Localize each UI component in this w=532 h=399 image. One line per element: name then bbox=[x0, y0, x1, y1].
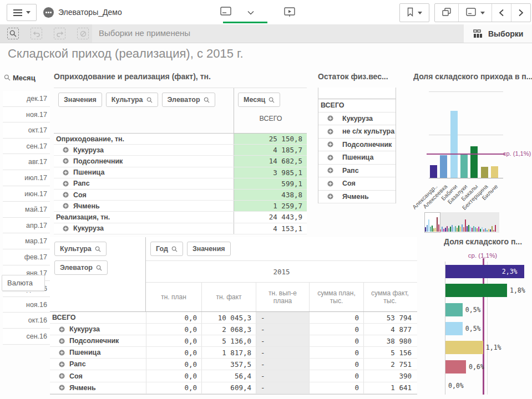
month-item[interactable]: мар.17 bbox=[3, 233, 50, 249]
stock-row[interactable]: не с/х культура bbox=[318, 125, 396, 139]
pivot2-row[interactable]: ВСЕГО0,010 045,3-053 794 bbox=[50, 312, 417, 324]
row-value[interactable]: 438,8 bbox=[234, 190, 307, 200]
cell-value[interactable]: 0,0 bbox=[146, 347, 201, 358]
expand-icon[interactable] bbox=[327, 141, 333, 147]
month-item[interactable]: июл.17 bbox=[3, 170, 50, 186]
cell-value[interactable]: 0,0 bbox=[146, 382, 201, 393]
row-label[interactable]: Рапс bbox=[50, 359, 146, 370]
row-label[interactable]: Соя bbox=[54, 190, 234, 200]
row-value[interactable]: 599,1 bbox=[234, 178, 307, 189]
expand-icon[interactable] bbox=[59, 361, 65, 367]
row-value[interactable]: 1 259,7 bbox=[234, 201, 307, 211]
month-item[interactable]: ноя.16 bbox=[3, 297, 50, 313]
pivot2-row[interactable]: Ячмень0,0609,4-01 641 bbox=[50, 382, 417, 394]
expand-icon[interactable] bbox=[59, 326, 65, 332]
expand-icon[interactable] bbox=[59, 338, 65, 344]
stock-row[interactable]: Соя bbox=[318, 177, 396, 191]
row-label[interactable]: Ячмень bbox=[50, 382, 146, 393]
row-label[interactable]: Пшеница bbox=[54, 167, 234, 178]
month-item[interactable]: окт.17 bbox=[3, 122, 50, 139]
expand-icon[interactable] bbox=[59, 350, 65, 356]
search-icon[interactable] bbox=[4, 74, 11, 81]
bar[interactable] bbox=[445, 322, 463, 335]
bar[interactable] bbox=[430, 165, 437, 178]
pivot2-year-header[interactable]: 2015 bbox=[146, 260, 417, 283]
cell-value[interactable]: 2 751 bbox=[363, 359, 416, 370]
row-label[interactable]: Реализация, тн. bbox=[54, 212, 234, 222]
expand-icon[interactable] bbox=[327, 155, 333, 161]
bar[interactable] bbox=[440, 155, 447, 178]
cell-value[interactable]: - bbox=[256, 382, 309, 393]
expand-icon[interactable] bbox=[63, 192, 69, 198]
pivot2-column-header[interactable]: сумма факт, тыс. bbox=[363, 283, 416, 311]
stock-row[interactable]: Рапс bbox=[318, 165, 396, 178]
bar[interactable] bbox=[445, 341, 483, 354]
month-item[interactable]: ноя.17 bbox=[3, 107, 50, 123]
month-item[interactable]: окт.16 bbox=[3, 313, 50, 329]
dim-button-elevator[interactable]: Элеватор bbox=[162, 93, 215, 107]
stock-row[interactable]: Пшеница bbox=[318, 151, 396, 165]
pivot2-column-header[interactable]: тн. факт bbox=[201, 283, 256, 311]
expand-icon[interactable] bbox=[59, 373, 65, 379]
bar[interactable] bbox=[491, 166, 498, 178]
cell-value[interactable]: - bbox=[256, 347, 309, 358]
expand-icon[interactable] bbox=[63, 226, 69, 232]
cell-value[interactable]: 4 877 bbox=[363, 324, 416, 335]
expand-icon[interactable] bbox=[59, 385, 65, 391]
step-back-button[interactable] bbox=[31, 28, 42, 39]
pivot1-row[interactable]: Реализация, тн.24 443,9 bbox=[54, 212, 307, 223]
pivot1-row[interactable]: Ячмень1 259,7 bbox=[54, 201, 307, 212]
pivot1-row[interactable]: Оприходование, тн.25 150,8 bbox=[54, 134, 307, 145]
expand-icon[interactable] bbox=[327, 181, 333, 187]
expand-icon[interactable] bbox=[63, 181, 69, 187]
step-forward-button[interactable] bbox=[54, 28, 65, 39]
cell-value[interactable]: - bbox=[256, 312, 309, 323]
cell-value[interactable]: 0,0 bbox=[146, 359, 201, 370]
month-item[interactable]: фев.17 bbox=[3, 249, 50, 265]
cell-value[interactable]: 0 bbox=[309, 359, 363, 370]
bar[interactable] bbox=[445, 360, 466, 374]
cell-value[interactable]: 1 817,8 bbox=[201, 347, 256, 358]
chart-scroll-minimap[interactable] bbox=[424, 212, 499, 233]
cell-value[interactable]: 5 156 bbox=[363, 347, 416, 358]
pivot2-row[interactable]: Кукуруза0,02 068,3-04 877 bbox=[50, 324, 417, 335]
bar[interactable] bbox=[450, 111, 458, 178]
cell-value[interactable]: 0,0 bbox=[146, 312, 201, 323]
cell-value[interactable]: 609,4 bbox=[201, 382, 256, 393]
cell-value[interactable]: 0 bbox=[309, 312, 363, 323]
cell-value[interactable]: 0,0 bbox=[146, 335, 201, 346]
cell-value[interactable]: - bbox=[256, 335, 309, 346]
row-value[interactable]: 25 150,8 bbox=[234, 134, 307, 144]
dim-button-elevator[interactable]: Элеватор bbox=[54, 260, 108, 275]
row-label[interactable]: Пшеница bbox=[50, 347, 146, 358]
expand-icon[interactable] bbox=[63, 170, 69, 176]
expand-icon[interactable] bbox=[327, 167, 333, 173]
pivot2-row[interactable]: Соя0,056,4-0390 bbox=[50, 370, 417, 382]
cell-value[interactable]: 0 bbox=[309, 370, 363, 381]
stock-row[interactable]: ВСЕГО bbox=[318, 99, 396, 112]
bar[interactable] bbox=[445, 284, 507, 297]
month-item[interactable]: май.17 bbox=[3, 202, 50, 218]
month-item[interactable]: авг.17 bbox=[3, 154, 50, 170]
expand-icon[interactable] bbox=[327, 193, 333, 200]
selections-tool-button[interactable]: Выборки bbox=[464, 24, 532, 43]
pivot1-row[interactable]: Соя438,8 bbox=[54, 190, 307, 201]
global-menu-button[interactable] bbox=[7, 4, 37, 21]
pivot1-row[interactable]: Рапс599,1 bbox=[54, 178, 307, 190]
stock-row[interactable]: Ячмень bbox=[318, 191, 396, 204]
month-item[interactable]: апр.17 bbox=[3, 218, 50, 234]
cell-value[interactable]: 1 641 bbox=[363, 382, 416, 393]
pivot2-column-header[interactable]: сумма план, тыс. bbox=[309, 283, 363, 311]
bar[interactable] bbox=[445, 303, 463, 316]
clear-selections-button[interactable] bbox=[77, 28, 89, 39]
row-label[interactable]: Соя bbox=[50, 370, 146, 381]
bar[interactable] bbox=[460, 155, 468, 178]
row-label[interactable]: Подсолнечник bbox=[50, 335, 146, 346]
expand-icon[interactable] bbox=[327, 115, 333, 121]
cell-value[interactable]: 5 136,0 bbox=[201, 335, 256, 346]
cell-value[interactable]: 390 bbox=[363, 370, 416, 381]
smart-search-button[interactable] bbox=[7, 28, 19, 39]
pivot1-row[interactable]: Кукуруза4 153,1 bbox=[54, 223, 307, 234]
row-label[interactable]: Подсолнечник bbox=[54, 156, 234, 166]
dim-button-culture[interactable]: Культура bbox=[106, 93, 158, 107]
